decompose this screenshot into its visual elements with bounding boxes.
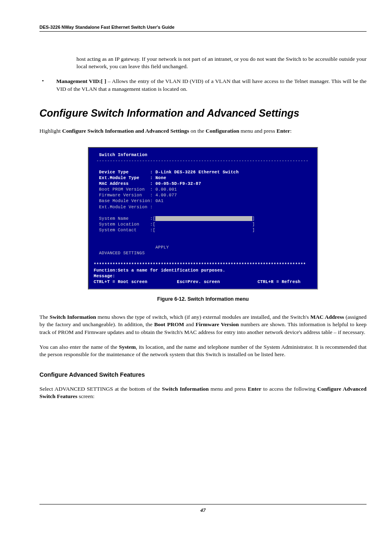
page-header: DES-3226 NWay Standalone Fast Ethernet S… [39, 25, 367, 32]
terminal-advanced: ADVANCED SETTINGS [99, 251, 145, 256]
subsection-heading: Configure Advanced Switch Features [39, 371, 367, 378]
terminal-function: Function:Sets a name for identification … [94, 268, 225, 273]
terminal-input-label: System Name [99, 216, 150, 221]
text: and [184, 321, 196, 327]
terminal-row-value: : 0.00.001 [150, 187, 177, 192]
text: on the [189, 128, 205, 134]
terminal-stars: ****************************************… [94, 262, 306, 267]
page-footer: 47 [39, 504, 367, 514]
bullet-item: • Management VID:[ ] – Allows the entry … [39, 78, 367, 92]
input-close: ] [252, 222, 255, 227]
terminal-row-label: Boot PROM Version [99, 187, 150, 192]
terminal-help-mid: Esc=Prev. screen [177, 279, 220, 284]
text: screen: [77, 393, 95, 399]
text: : [290, 128, 292, 134]
terminal-row-value: : D-Link DES-3226 Ethernet Switch [150, 170, 239, 175]
terminal-cursor [155, 216, 252, 221]
text: MAC Address [310, 314, 344, 320]
text: to access the following [261, 386, 317, 392]
paragraph-switchinfo: The Switch Information menu shows the ty… [39, 313, 367, 336]
terminal-row-label: Base Module Version [99, 198, 150, 203]
section-heading: Configure Switch Information and Advance… [39, 107, 367, 119]
terminal-screenshot: Switch Information ---------------------… [88, 147, 318, 290]
bullet-label: Management VID:[ ] [56, 78, 106, 84]
bullet-text: Management VID:[ ] – Allows the entry of… [56, 78, 367, 92]
text: Configuration [205, 128, 239, 134]
paragraph-advanced: Select ADVANCED SETTINGS at the bottom o… [39, 385, 367, 400]
text: Enter [248, 386, 261, 392]
input-close: ] [252, 216, 255, 221]
paragraph-highlight: Highlight Configure Switch Information a… [39, 127, 367, 135]
text: Enter [277, 128, 290, 134]
text: The [39, 314, 50, 320]
bullet-marker: • [39, 78, 56, 92]
input-open: :[ [150, 216, 155, 221]
page-number: 47 [201, 507, 206, 513]
figure-caption: Figure 6-12. Switch Information menu [39, 296, 367, 302]
text: Configure Switch Information and Advance… [62, 128, 189, 134]
terminal-input-label: System Contact [99, 228, 150, 233]
text: Firmware Version [196, 321, 239, 327]
terminal-row-value: : [150, 205, 153, 210]
terminal-row-label: Ext.Module Version [99, 205, 150, 210]
terminal-row-value: : None [150, 175, 166, 180]
terminal-row-label: Firmware Version [99, 193, 150, 198]
terminal-hr: ----------------------------------------… [97, 158, 309, 163]
text: Boot PROM [154, 321, 184, 327]
text: Switch Information [162, 386, 209, 392]
terminal-help-left: CTRL+T = Root screen [94, 279, 148, 284]
input-close: ] [252, 228, 255, 233]
paragraph-system: You can also enter the name of the Syste… [39, 343, 367, 358]
terminal-row-label: Device Type [99, 170, 150, 175]
input-open: :[ [150, 222, 155, 227]
text: You can also enter the name of the [39, 344, 119, 350]
text: Switch Information [50, 314, 96, 320]
text: menu and press [239, 128, 277, 134]
terminal-title: Switch Information [99, 152, 148, 157]
text: menu and press [209, 386, 248, 392]
terminal-message: Message: [94, 274, 115, 279]
terminal-row-label: MAC Address [99, 181, 150, 186]
figure: Switch Information ---------------------… [39, 147, 367, 290]
terminal-apply: APPLY [155, 245, 169, 250]
input-open: :[ [150, 228, 155, 233]
paragraph-intro: host acting as an IP gateway. If your ne… [76, 55, 367, 70]
text: Select ADVANCED SETTINGS at the bottom o… [39, 386, 162, 392]
text: System [119, 344, 136, 350]
text: Highlight [39, 128, 62, 134]
terminal-input-label: System Location [99, 222, 150, 227]
terminal-row-value: : 0A1 [150, 198, 164, 203]
text: menu shows the type of switch, which (if… [96, 314, 310, 320]
terminal-row-value: : 4.00.077 [150, 193, 177, 198]
terminal-help-right: CTRL+R = Refresh [258, 279, 301, 284]
terminal-row-label: Ext.Module Type [99, 175, 150, 180]
terminal-row-value: : 00-05-5D-F9-32-87 [150, 181, 201, 186]
